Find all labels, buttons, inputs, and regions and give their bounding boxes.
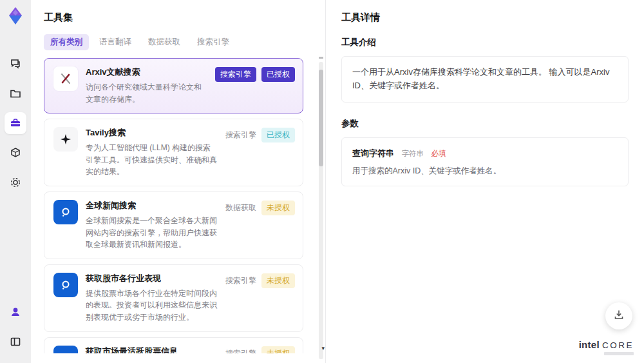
intro-heading: 工具介绍 <box>341 37 629 48</box>
category-badge: 搜索引擎 <box>215 67 256 82</box>
intro-box: 一个用于从Arxiv存储库搜索科学论文和文章的工具。 输入可以是Arxiv ID… <box>341 56 629 103</box>
param-required-badge: 必填 <box>431 150 446 157</box>
auth-status-badge: 未授权 <box>261 346 295 353</box>
tool-name: Tavily搜索 <box>86 127 218 139</box>
scrollbar-up-arrow[interactable] <box>319 57 323 59</box>
sidebar-item-collapse[interactable] <box>5 331 26 353</box>
brand-intel-text: intel <box>579 339 600 350</box>
panel-toggle-icon <box>9 335 22 348</box>
category-badge: 数据获取 <box>225 201 256 215</box>
folder-icon <box>9 87 22 100</box>
tool-card-arxiv[interactable]: Arxiv文献搜索 访问各个研究领域大量科学论文和文章的存储库。 搜索引擎 已授… <box>44 58 303 113</box>
tool-detail-panel: 工具详情 工具介绍 一个用于从Arxiv存储库搜索科学论文和文章的工具。 输入可… <box>325 0 644 363</box>
category-tabs: 所有类别 语言翻译 数据获取 搜索引擎 <box>44 34 314 50</box>
category-badge: 搜索引擎 <box>225 346 256 353</box>
scrollbar-thumb[interactable] <box>319 70 323 166</box>
tool-description: 全球新闻搜索是一个聚合全球各大新闻网站内容的搜索引擎，帮助用户快速获取全球最新资… <box>86 215 218 251</box>
tab-search-engine[interactable]: 搜索引擎 <box>191 34 236 50</box>
tool-card-active-stocks[interactable]: 获取市场最活跃股票信息 提供当天交易量最高的股票列表，投资者可以利用这些信息来识… <box>44 337 303 353</box>
tool-description: 专为人工智能代理 (LLM) 构建的搜索引擎工具。可快速提供实时、准确和真实的结… <box>86 142 218 178</box>
intel-core-logo: intelcore <box>579 339 634 355</box>
sidebar-item-toolbox[interactable] <box>5 112 26 134</box>
scroll-down-arrow[interactable]: ▾ <box>321 345 325 351</box>
tool-card-stock-sectors[interactable]: 获取股市各行业表现 提供股票市场各个行业在特定时间段内的表现。投资者可以利用这些… <box>44 264 303 332</box>
page-title: 工具集 <box>44 12 314 24</box>
tool-description: 提供股票市场各个行业在特定时间段内的表现。投资者可以利用这些信息来识别表现优于或… <box>86 288 218 324</box>
auth-status-badge: 未授权 <box>261 201 295 215</box>
auth-status-badge: 未授权 <box>261 273 295 288</box>
param-box: 查询字符串 字符串 必填 用于搜索的Arxiv ID、关键字或作者姓名。 <box>341 137 629 186</box>
blue-search-icon <box>53 346 78 353</box>
tool-name: 全球新闻搜索 <box>86 200 218 211</box>
params-heading: 参数 <box>341 118 629 130</box>
list-scrollbar[interactable] <box>319 62 323 359</box>
blue-search-icon <box>53 273 78 297</box>
blue-search-icon <box>53 200 78 224</box>
gear-icon <box>9 176 22 189</box>
sidebar-item-packages[interactable] <box>5 142 26 164</box>
tool-card-tavily[interactable]: Tavily搜索 专为人工智能代理 (LLM) 构建的搜索引擎工具。可快速提供实… <box>44 119 303 186</box>
download-icon <box>612 308 625 324</box>
brand-core-text: core <box>602 340 634 350</box>
app-window: 工具集 所有类别 语言翻译 数据获取 搜索引擎 A <box>0 0 644 363</box>
detail-title: 工具详情 <box>341 12 629 24</box>
param-description: 用于搜索的Arxiv ID、关键字或作者姓名。 <box>352 166 618 177</box>
tab-data-fetch[interactable]: 数据获取 <box>142 34 187 50</box>
toolbox-icon <box>9 117 22 130</box>
sidebar-item-files[interactable] <box>5 83 26 104</box>
param-name: 查询字符串 <box>352 148 394 158</box>
tool-card-list: Arxiv文献搜索 访问各个研究领域大量科学论文和文章的存储库。 搜索引擎 已授… <box>44 58 314 353</box>
tab-translation[interactable]: 语言翻译 <box>93 34 138 50</box>
auth-status-badge: 已授权 <box>261 67 295 82</box>
sidebar-item-account[interactable] <box>5 301 26 323</box>
tool-name: Arxiv文献搜索 <box>86 66 207 78</box>
download-button[interactable] <box>605 302 632 329</box>
auth-status-badge: 已授权 <box>261 128 295 142</box>
tool-description: 访问各个研究领域大量科学论文和文章的存储库。 <box>86 81 207 105</box>
app-logo-icon <box>5 5 26 27</box>
tool-card-global-news[interactable]: 全球新闻搜索 全球新闻搜索是一个聚合全球各大新闻网站内容的搜索引擎，帮助用户快速… <box>44 191 303 259</box>
user-icon <box>9 306 22 319</box>
chat-icon <box>9 57 22 70</box>
tab-all-categories[interactable]: 所有类别 <box>44 34 89 50</box>
tool-name: 获取市场最活跃股票信息 <box>86 346 218 353</box>
brand-sub-mark <box>604 352 634 355</box>
param-type: 字符串 <box>401 150 424 157</box>
tool-list-panel: 工具集 所有类别 语言翻译 数据获取 搜索引擎 A <box>31 0 325 363</box>
category-badge: 搜索引擎 <box>225 128 256 142</box>
sidebar-item-chat[interactable] <box>5 53 26 75</box>
four-point-star-icon <box>53 127 78 152</box>
intro-text: 一个用于从Arxiv存储库搜索科学论文和文章的工具。 输入可以是Arxiv ID… <box>352 66 618 93</box>
main-content: 工具集 所有类别 语言翻译 数据获取 搜索引擎 A <box>31 0 644 363</box>
arxiv-logo-icon <box>53 66 78 91</box>
tool-name: 获取股市各行业表现 <box>86 273 218 284</box>
package-icon <box>9 146 22 159</box>
left-rail <box>0 0 31 363</box>
category-badge: 搜索引擎 <box>225 273 256 288</box>
sidebar-item-settings[interactable] <box>5 172 26 193</box>
